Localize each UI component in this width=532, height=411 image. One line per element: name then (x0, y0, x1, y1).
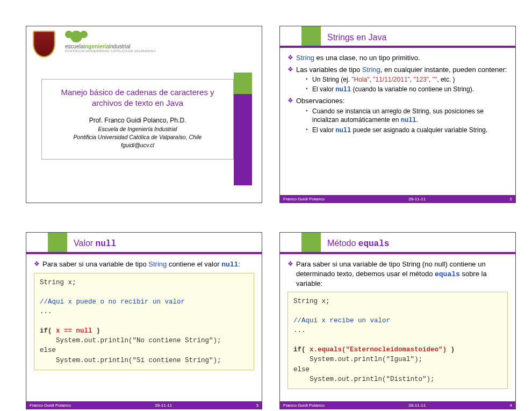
title-card: Manejo básico de cadenas de caracteres y… (41, 79, 234, 160)
slide-footer: Franco Guidi Polanco 28-11-11 3 (26, 401, 262, 409)
slide-header: Valor null (48, 233, 116, 252)
slide-header: Método equals (301, 233, 389, 252)
bullet: Las variables de tipo String, en cualqui… (287, 65, 510, 95)
university-shield-icon (33, 31, 55, 57)
accent-tab-icon (301, 233, 321, 252)
sub-bullet: El valor null (cuando la variable no con… (306, 85, 510, 94)
logo-row: escuelaingenieríaindustrial PONTIFICIA U… (33, 31, 156, 57)
slide-footer: Franco Guidi Polanco 28-11-11 4 (280, 401, 515, 409)
slide-body: String es una clase, no un tipo primitiv… (285, 53, 510, 192)
footer-date: 28-11-11 (325, 197, 510, 201)
slide-handout: escuelaingenieríaindustrial PONTIFICIA U… (0, 0, 532, 411)
accent-tab-icon (48, 233, 67, 252)
slide-header: Strings en Java (301, 26, 386, 46)
slide-3-null: Valor null Para saber si una variable de… (26, 232, 262, 409)
slide-title: Strings en Java (327, 33, 386, 46)
title-rule (280, 46, 515, 48)
page-number: 2 (510, 197, 512, 201)
accent-green-block (234, 73, 252, 94)
sub-bullet: El valor null puede ser asignado a cualq… (306, 126, 510, 135)
title-rule (280, 252, 515, 254)
slide-title: Método equals (327, 239, 389, 252)
presentation-title: Manejo básico de cadenas de caracteres y… (47, 87, 228, 109)
bullet: Observaciones: Cuando se instancia un ar… (287, 96, 510, 135)
page-number: 4 (510, 403, 512, 408)
footer-author: Franco Guidi Polanco (283, 197, 325, 201)
footer-author: Franco Guidi Polanco (283, 403, 325, 408)
footer-date: 28-11-11 (71, 403, 256, 408)
page-number: 3 (256, 403, 258, 408)
sub-bullet: Cuando se instancia un arreglo de String… (306, 107, 510, 125)
school-logo: escuelaingenieríaindustrial PONTIFICIA U… (65, 31, 156, 53)
slide-1-title: escuelaingenieríaindustrial PONTIFICIA U… (26, 26, 262, 203)
slide-footer: Franco Guidi Polanco 28-11-11 2 (280, 195, 515, 203)
footer-date: 28-11-11 (325, 403, 510, 408)
code-example: String x; //Aquí x recibe un valor ... i… (287, 292, 508, 389)
slide-2-strings: Strings en Java String es una clase, no … (279, 26, 516, 203)
slide-body: Para saber si una variable de tipo Strin… (285, 259, 510, 398)
bullet: Para saber si una variable de tipo Strin… (34, 259, 256, 270)
blob-icon (65, 31, 85, 42)
sub-bullet: Un String (ej. "Hola", "11/11/2011", "12… (306, 75, 510, 84)
accent-tab-icon (301, 26, 321, 46)
slide-title: Valor null (74, 239, 116, 252)
title-rule (26, 252, 262, 254)
bullet: String es una clase, no un tipo primitiv… (287, 53, 510, 63)
code-example: String x; //Aquí x puede o no recibir un… (34, 273, 254, 370)
accent-purple-block (234, 94, 252, 185)
school-logo-text: escuelaingenieríaindustrial (65, 44, 131, 49)
affiliation: Escuela de Ingeniería Industrial Pontifi… (47, 125, 228, 150)
slide-body: Para saber si una variable de tipo Strin… (32, 259, 256, 398)
bullet: Para saber si una variable de tipo Strin… (287, 259, 510, 289)
footer-author: Franco Guidi Polanco (30, 403, 71, 408)
author-name: Prof. Franco Guidi Polanco, Ph.D. (47, 117, 228, 124)
slide-4-equals: Método equals Para saber si una variable… (279, 232, 516, 409)
school-logo-subtext: PONTIFICIA UNIVERSIDAD CATOLICA DE VALPA… (65, 49, 156, 53)
